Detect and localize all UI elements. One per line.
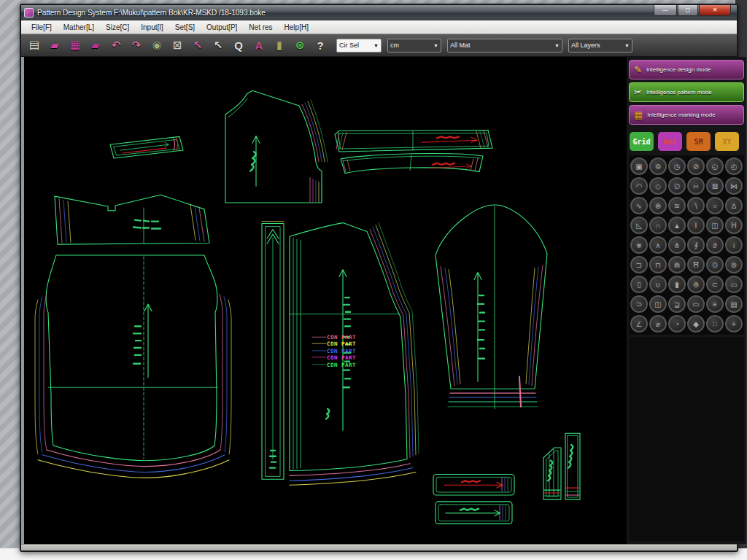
tool-icon-54[interactable]: + bbox=[725, 315, 743, 332]
text-tool-icon[interactable]: A bbox=[250, 36, 268, 54]
pattern-canvas[interactable]: CON PART CON PART CON PART CON PART CON … bbox=[24, 57, 627, 544]
tool-icon-27[interactable]: ⋔ bbox=[668, 236, 686, 254]
menu-item-output-p[interactable]: Output[P] bbox=[201, 23, 243, 32]
new-file-icon[interactable]: ▤ bbox=[26, 36, 43, 54]
tool-icon-15[interactable]: ≋ bbox=[668, 197, 686, 214]
menu-item-mather-l[interactable]: Mather[L] bbox=[58, 23, 100, 32]
piece-waistband-straight[interactable] bbox=[335, 130, 492, 152]
tool-icon-10[interactable]: ∺ bbox=[687, 177, 705, 195]
tool-icon-6[interactable]: ◴ bbox=[725, 158, 743, 175]
tool-icon-46[interactable]: ▭ bbox=[687, 295, 705, 313]
tool-icon-31[interactable]: ⊐ bbox=[630, 256, 648, 273]
tool-icon-18[interactable]: ∆ bbox=[725, 197, 743, 214]
save-icon[interactable]: ▦ bbox=[66, 36, 84, 54]
undo-icon[interactable]: ↶ bbox=[107, 36, 125, 54]
piece-back-yoke[interactable] bbox=[55, 195, 209, 244]
tool-icon-33[interactable]: ⋒ bbox=[668, 256, 686, 273]
mode-button-intelligence-marking-mode[interactable]: ▦Intelligence marking mode bbox=[629, 105, 744, 125]
tool-icon-32[interactable]: ⊓ bbox=[649, 256, 667, 273]
minimize-button[interactable]: — bbox=[654, 5, 677, 16]
menu-item-set-s[interactable]: Set[S] bbox=[169, 23, 201, 32]
menu-item-net-res[interactable]: Net res bbox=[243, 23, 278, 32]
redo-icon[interactable]: ↷ bbox=[128, 36, 145, 54]
tool-icon-34[interactable]: Ħ bbox=[687, 256, 705, 273]
view-button-xy[interactable]: XY bbox=[714, 131, 740, 152]
tool-icon-51[interactable]: ◔ bbox=[668, 315, 686, 332]
tool-icon-25[interactable]: ⋇ bbox=[630, 236, 648, 254]
help-icon[interactable]: ? bbox=[311, 36, 329, 54]
tool-icon-24[interactable]: H bbox=[725, 217, 743, 234]
tool-icon-41[interactable]: ⊂ bbox=[706, 276, 724, 293]
tool-icon-7[interactable]: ◠ bbox=[630, 177, 648, 195]
piece-back-body[interactable] bbox=[35, 255, 231, 478]
title-bar[interactable]: Pattern Design System F:\Mukul\pattern B… bbox=[21, 5, 737, 20]
tool-icon-39[interactable]: ▮ bbox=[668, 276, 686, 293]
tool-icon-45[interactable]: ⊒ bbox=[668, 295, 686, 313]
tool-icon-12[interactable]: ⋈ bbox=[725, 177, 743, 195]
piece-small-tab-left[interactable] bbox=[543, 448, 561, 499]
view-button-net[interactable]: Net bbox=[657, 131, 683, 152]
tool-icon-8[interactable]: ◇ bbox=[649, 177, 667, 195]
tool-icon-48[interactable]: ▤ bbox=[725, 295, 743, 313]
tool-icon-36[interactable]: ⊚ bbox=[725, 256, 743, 273]
open-folder-icon[interactable]: ▰ bbox=[46, 36, 63, 54]
tool-icon-22[interactable]: I bbox=[687, 217, 705, 234]
tool-icon-53[interactable]: ∷ bbox=[706, 315, 724, 332]
tool-icon-50[interactable]: ⌀ bbox=[649, 315, 667, 332]
view-button-grid[interactable]: Grid bbox=[629, 131, 654, 152]
tool-icon-16[interactable]: ∖ bbox=[687, 197, 705, 214]
import-folder-icon[interactable]: ▰ bbox=[87, 36, 104, 54]
tool-icon-30[interactable]: ≀ bbox=[725, 236, 743, 254]
piece-collar[interactable] bbox=[110, 136, 183, 158]
tool-icon-19[interactable]: ◺ bbox=[630, 217, 648, 234]
tool-icon-40[interactable]: ⊕ bbox=[687, 276, 705, 293]
units-combo[interactable]: cm ▼ bbox=[387, 39, 441, 52]
piece-strip-bottom[interactable] bbox=[436, 502, 512, 524]
magnifier-icon[interactable]: Q bbox=[230, 36, 247, 54]
mode-button-intelligence-design-mode[interactable]: ✎Intelligence design mode bbox=[629, 60, 744, 79]
piece-waistband-curved[interactable] bbox=[341, 154, 483, 174]
tool-icon-14[interactable]: ⊗ bbox=[649, 197, 667, 214]
piece-sleeve[interactable] bbox=[436, 205, 547, 409]
menu-item-file-f[interactable]: File[F] bbox=[26, 23, 58, 32]
tool-icon-2[interactable]: ⊜ bbox=[649, 158, 667, 175]
tool-icon-4[interactable]: ⊘ bbox=[687, 158, 705, 175]
maximize-button[interactable]: ◻ bbox=[678, 5, 698, 16]
tool-icon-52[interactable]: ◆ bbox=[687, 315, 705, 332]
wheel-icon[interactable]: ⊛ bbox=[291, 36, 309, 54]
tool-icon-38[interactable]: ∪ bbox=[649, 276, 667, 293]
tool-icon-1[interactable]: ▣ bbox=[630, 158, 648, 175]
tool-icon-49[interactable]: ∠ bbox=[630, 315, 648, 332]
tool-icon-29[interactable]: ∂ bbox=[706, 236, 724, 254]
tool-icon-17[interactable]: ○ bbox=[706, 197, 724, 214]
tool-icon-47[interactable]: ≡ bbox=[706, 295, 724, 313]
tool-icon-20[interactable]: ∩ bbox=[649, 217, 667, 234]
tool-icon-5[interactable]: ◵ bbox=[706, 158, 724, 175]
piece-strip-top[interactable] bbox=[433, 474, 514, 495]
tool-icon-42[interactable]: ▭ bbox=[725, 276, 743, 293]
close-button[interactable]: ✕ bbox=[699, 5, 731, 16]
point-icon[interactable]: ◉ bbox=[148, 36, 166, 54]
piece-small-tab-right[interactable] bbox=[565, 433, 580, 499]
tool-icon-23[interactable]: ◫ bbox=[706, 217, 724, 234]
menu-item-size-c[interactable]: Size[C] bbox=[100, 23, 135, 32]
select-arrow-icon[interactable]: ↖ bbox=[189, 36, 206, 54]
layers-combo[interactable]: All Layers ▼ bbox=[568, 39, 632, 52]
brush-icon[interactable]: ▮ bbox=[271, 36, 288, 54]
tool-icon-11[interactable]: ⊠ bbox=[706, 177, 724, 195]
piece-placket-strip[interactable] bbox=[262, 222, 284, 480]
tool-icon-13[interactable]: ∿ bbox=[630, 197, 648, 214]
piece-front-yoke[interactable] bbox=[225, 90, 328, 203]
tool-icon-9[interactable]: ∅ bbox=[668, 177, 686, 195]
tool-icon-21[interactable]: ▲ bbox=[668, 217, 686, 234]
piece-vest-front[interactable]: CON PART CON PART CON PART CON PART CON … bbox=[290, 223, 419, 486]
material-combo[interactable]: All Mat ▼ bbox=[447, 39, 562, 52]
tool-icon-44[interactable]: ◫ bbox=[649, 295, 667, 313]
tool-icon-35[interactable]: ⊙ bbox=[706, 256, 724, 273]
menu-item-input-i[interactable]: Input[I] bbox=[135, 23, 169, 32]
tool-icon-43[interactable]: ⊃ bbox=[630, 295, 648, 313]
view-button-sm[interactable]: SM bbox=[686, 131, 711, 152]
tool-icon-3[interactable]: ◷ bbox=[668, 158, 686, 175]
mode-button-intelligence-pattern-mode[interactable]: ✂Intelligence pattern mode bbox=[629, 82, 744, 102]
selection-combo[interactable]: Cir Sel ▼ bbox=[336, 39, 382, 52]
